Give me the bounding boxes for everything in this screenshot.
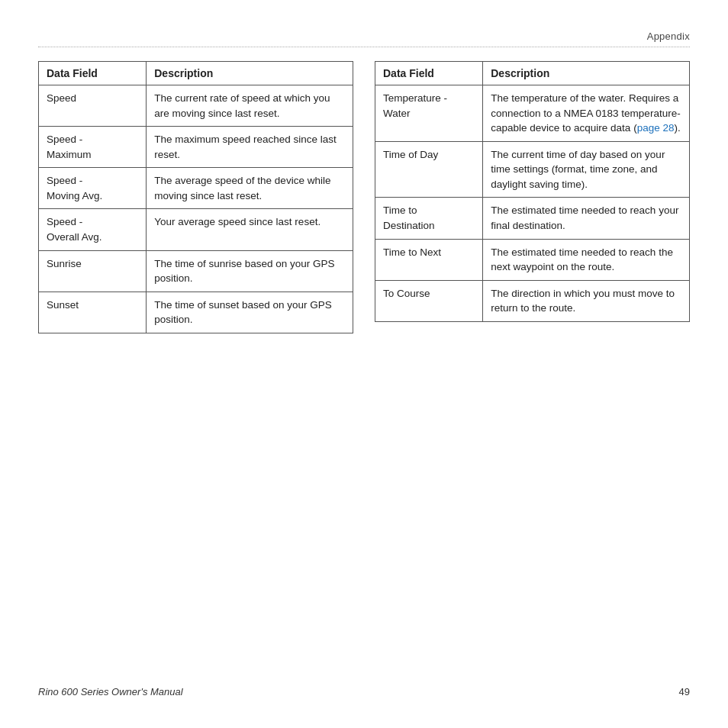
left-table-row: SunsetThe time of sunset based on your G… [39,292,353,333]
right-table: Data Field Description Temperature -Wate… [375,61,690,322]
left-field-cell: Speed -Overall Avg. [39,209,147,250]
right-table-row: Temperature -WaterThe temperature of the… [375,85,690,142]
left-table-row: Speed -Overall Avg.Your average speed si… [39,209,353,250]
left-desc-cell: The maximum speed reached since last res… [147,127,353,168]
right-table-row: Time toDestinationThe estimated time nee… [375,198,690,239]
left-desc-cell: The current rate of speed at which you a… [147,85,353,127]
right-field-cell: Time toDestination [375,198,483,239]
right-field-cell: Time to Next [375,239,483,280]
left-table-row: SunriseThe time of sunrise based on your… [39,250,353,292]
left-field-cell: Speed [39,85,147,127]
right-col2-header: Description [483,62,690,85]
footer-title: Rino 600 Series Owner's Manual [38,686,183,697]
right-table-row: To CourseThe direction in which you must… [375,280,690,321]
left-table: Data Field Description SpeedThe current … [38,61,353,333]
left-col2-header: Description [147,62,353,85]
left-field-cell: Sunrise [39,250,147,292]
right-desc-cell: The estimated time needed to reach your … [483,198,690,239]
tables-container: Data Field Description SpeedThe current … [38,61,690,671]
right-desc-cell: The temperature of the water. Requires a… [483,85,690,142]
left-table-row: Speed -MaximumThe maximum speed reached … [39,127,353,168]
left-col1-header: Data Field [39,62,147,85]
left-desc-cell: The average speed of the device while mo… [147,168,353,209]
left-table-row: SpeedThe current rate of speed at which … [39,85,353,127]
right-col1-header: Data Field [375,62,483,85]
right-table-row: Time of DayThe current time of day based… [375,141,690,198]
left-desc-cell: Your average speed since last reset. [147,209,353,250]
right-field-cell: To Course [375,280,483,321]
left-table-row: Speed -Moving Avg.The average speed of t… [39,168,353,209]
right-desc-cell: The estimated time needed to reach the n… [483,239,690,280]
right-field-cell: Time of Day [375,141,483,198]
right-field-cell: Temperature -Water [375,85,483,142]
right-desc-cell: The current time of day based on your ti… [483,141,690,198]
right-table-row: Time to NextThe estimated time needed to… [375,239,690,280]
left-field-cell: Sunset [39,292,147,333]
footer-page: 49 [679,686,690,697]
left-desc-cell: The time of sunrise based on your GPS po… [147,250,353,292]
page: Appendix Data Field Description SpeedThe… [0,0,728,728]
right-desc-cell: The direction in which you must move to … [483,280,690,321]
left-desc-cell: The time of sunset based on your GPS pos… [147,292,353,333]
dotted-divider [38,47,690,47]
left-field-cell: Speed -Maximum [39,127,147,168]
left-field-cell: Speed -Moving Avg. [39,168,147,209]
page-link[interactable]: page 28 [637,122,675,134]
appendix-label: Appendix [38,31,690,42]
footer: Rino 600 Series Owner's Manual 49 [38,671,690,697]
